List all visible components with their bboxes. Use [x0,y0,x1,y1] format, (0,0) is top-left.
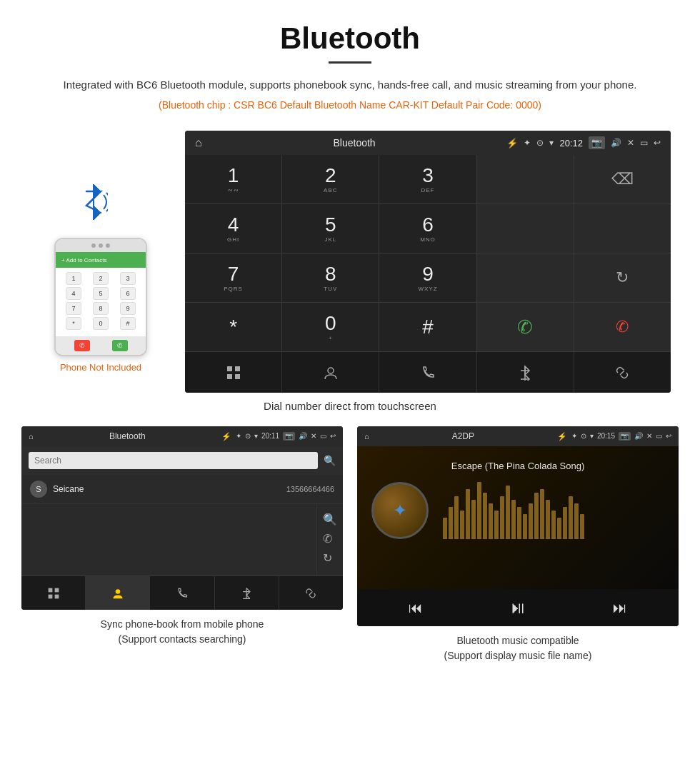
car-key-empty-1 [477,155,574,203]
car-key-call-red[interactable]: ✆ [574,303,671,351]
pb-nav-bt[interactable] [215,576,279,610]
pb-bottom-nav [21,576,343,610]
eq-bar [557,518,561,539]
music-prev-btn[interactable]: ⏮ [409,600,423,616]
pb-side-search-icon[interactable]: 🔍 [323,513,337,526]
car-key-5[interactable]: 5 JKL [282,204,379,253]
pb-contact-number: 13566664466 [286,485,334,493]
music-status-bar: ⌂ A2DP ⚡ ✦ ⊙ ▾ 20:15 📷 🔊 ✕ ▭ ↩ [357,426,679,446]
pb-side-reload-icon[interactable]: ↻ [323,551,337,565]
pb-contact-row[interactable]: S Seicane 13566664466 [21,475,343,504]
key-sub: DEF [421,187,434,194]
pb-side-icons: 🔍 ✆ ↻ [316,504,343,576]
car-key-empty-4 [477,253,574,302]
car-key-star[interactable]: * [185,303,281,351]
pb-usb-icon: ⚡ [221,432,231,441]
car-key-empty-2 [477,204,574,253]
music-equalizer [443,482,664,539]
pb-nav-phone[interactable] [150,576,214,610]
key-num: # [422,317,434,337]
svg-rect-7 [54,588,59,592]
eq-bar [534,493,539,539]
bluetooth-status-icon: ✦ [524,138,531,148]
key-sub: MNO [420,236,436,243]
status-icons: ✦ ⊙ ▾ 20:12 📷 🔊 ✕ ▭ ↩ [524,136,661,149]
svg-rect-0 [227,366,232,371]
phone-bottom-bar: ✆ ✆ [56,336,146,355]
phonebook-section: ⌂ Bluetooth ⚡ ✦ ⊙ ▾ 20:11 📷 🔊 ✕ ▭ ↩ [21,426,343,663]
reload-icon: ↻ [616,268,629,287]
car-key-1[interactable]: 1 ∾∾ [185,155,281,203]
pb-search-icon[interactable]: 🔍 [324,455,336,466]
music-controls: ⏮ ⏯ ⏭ [357,589,679,626]
car-key-9[interactable]: 9 WXYZ [379,253,476,302]
pb-nav-person[interactable] [86,576,150,610]
car-key-6[interactable]: 6 MNO [379,204,476,253]
music-screen: ⌂ A2DP ⚡ ✦ ⊙ ▾ 20:15 📷 🔊 ✕ ▭ ↩ Escape (T… [357,426,679,626]
car-key-0[interactable]: 0 + [282,303,379,351]
car-nav-bluetooth[interactable] [477,352,574,393]
pb-win-icon: ▭ [320,432,326,441]
pb-cam-icon: 📷 [283,432,295,441]
car-dialpad-grid: 1 ∾∾ 2 ABC 3 DEF ⌫ 4 GHI 5 JKL [185,155,671,351]
car-nav-contacts[interactable] [282,352,379,393]
link-icon [614,365,630,381]
phone-not-included-label: Phone Not Included [60,362,141,373]
car-bottom-nav [185,351,671,393]
svg-rect-2 [227,374,232,379]
music-usb-icon: ⚡ [557,432,567,441]
phone-key-4: 4 [66,287,81,300]
pb-side-phone-icon[interactable]: ✆ [323,532,337,546]
music-song-title: Escape (The Pina Colada Song) [451,461,584,471]
volume-icon: 🔊 [611,138,621,148]
key-num: 7 [228,264,239,284]
car-key-2[interactable]: 2 ABC [282,155,379,203]
eq-bar [540,489,544,539]
car-key-reload[interactable]: ↻ [574,253,671,302]
phone-dot [99,243,103,248]
music-screen-title: A2DP [374,431,553,441]
eq-bar [483,493,487,539]
car-key-call-green[interactable]: ✆ [477,303,574,351]
music-back-icon: ↩ [666,432,671,441]
music-sig-icon: ▾ [590,432,594,441]
grid-icon [226,365,241,381]
music-next-btn[interactable]: ⏭ [613,600,627,616]
car-key-hash[interactable]: # [379,303,476,351]
pb-back-icon: ↩ [330,432,336,441]
car-key-8[interactable]: 8 TUV [282,253,379,302]
eq-bar [494,511,499,539]
pb-contact-name: Seicane [53,484,286,494]
pb-list-area [21,504,316,576]
eq-bar [511,500,516,539]
eq-bar [489,503,493,539]
key-num: 8 [325,264,336,284]
eq-bar [517,507,521,539]
car-nav-link[interactable] [574,352,671,393]
car-nav-grid[interactable] [185,352,282,393]
pb-search-input[interactable] [29,452,318,469]
eq-bar [466,489,470,539]
home-icon: ⌂ [195,136,202,149]
car-key-backspace[interactable]: ⌫ [574,155,671,203]
eq-bar [574,503,579,539]
music-play-btn[interactable]: ⏯ [509,598,526,618]
car-nav-phone[interactable] [379,352,476,393]
main-screenshot-row: + Add to Contacts 1 2 3 4 5 6 7 8 9 [0,131,700,393]
music-album-bt-icon: ✦ [393,501,407,521]
pb-content-area: 🔍 ✆ ↻ [21,504,343,576]
key-sub: GHI [227,236,239,243]
eq-bar [443,518,447,539]
key-sub: + [329,335,333,341]
location-icon: ⊙ [536,138,544,148]
car-key-7[interactable]: 7 PQRS [185,253,281,302]
car-key-3[interactable]: 3 DEF [379,155,476,203]
key-num: * [229,317,237,337]
call-red-icon: ✆ [616,318,629,336]
car-key-4[interactable]: 4 GHI [185,204,281,253]
pb-bt-icon [240,587,253,600]
pb-nav-grid[interactable] [21,576,86,610]
bottom-screenshots: ⌂ Bluetooth ⚡ ✦ ⊙ ▾ 20:11 📷 🔊 ✕ ▭ ↩ [0,426,700,678]
pb-nav-link[interactable] [279,576,343,610]
pb-sig-icon: ▾ [254,432,258,441]
